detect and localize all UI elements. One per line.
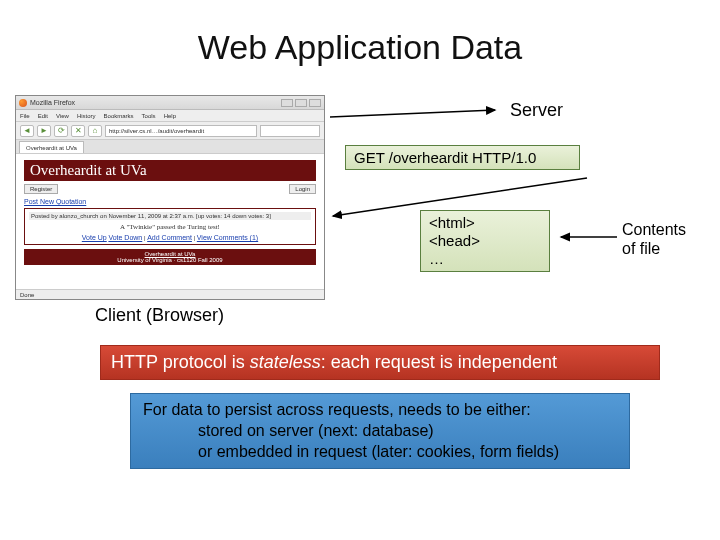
post-meta: Posted by alonzo_church on November 11, … <box>29 212 311 220</box>
svg-line-0 <box>330 110 495 117</box>
http-request-box: GET /overheardit HTTP/1.0 <box>345 145 580 170</box>
browser-tab[interactable]: Overheardit at UVa <box>19 141 84 153</box>
menu-item[interactable]: View <box>56 113 69 119</box>
browser-window: Mozilla Firefox File Edit View History B… <box>15 95 325 300</box>
stop-button[interactable]: ✕ <box>71 125 85 137</box>
contents-arrow <box>555 231 620 243</box>
slide-title: Web Application Data <box>0 28 720 67</box>
text-line: For data to persist across requests, nee… <box>143 400 617 421</box>
text-line: or embedded in request (later: cookies, … <box>143 442 617 463</box>
stateless-callout: HTTP protocol is stateless: each request… <box>100 345 660 380</box>
back-button[interactable]: ◄ <box>20 125 34 137</box>
menu-item[interactable]: Bookmarks <box>104 113 134 119</box>
text: : each request is independent <box>321 352 557 372</box>
browser-toolbar: ◄ ► ⟳ ✕ ⌂ http://silver.cs.nl…/audit/ove… <box>16 122 324 140</box>
client-browser-label: Client (Browser) <box>95 305 224 326</box>
text-line: Contents <box>622 220 686 239</box>
add-comment-link[interactable]: Add Comment <box>147 234 192 241</box>
browser-menubar: File Edit View History Bookmarks Tools H… <box>16 110 324 122</box>
forward-button[interactable]: ► <box>37 125 51 137</box>
minimize-button[interactable] <box>281 99 293 107</box>
window-title: Mozilla Firefox <box>30 99 75 106</box>
response-line: … <box>429 250 541 268</box>
firefox-icon <box>19 99 27 107</box>
view-comments-link[interactable]: View Comments (1) <box>197 234 258 241</box>
post-new-quote-link[interactable]: Post New Quotation <box>24 198 86 205</box>
vote-up-link[interactable]: Vote Up <box>82 234 107 241</box>
search-bar[interactable] <box>260 125 320 137</box>
menu-item[interactable]: Help <box>164 113 176 119</box>
url-bar[interactable]: http://silver.cs.nl…/audit/overheardit <box>105 125 257 137</box>
response-line: <html> <box>429 214 541 232</box>
browser-titlebar: Mozilla Firefox <box>16 96 324 110</box>
footer-subtitle: University of Virginia · cs1120 Fall 200… <box>117 257 222 263</box>
text: HTTP protocol is <box>111 352 250 372</box>
menu-item[interactable]: Edit <box>38 113 48 119</box>
text-line: of file <box>622 239 686 258</box>
request-arrow <box>330 107 510 127</box>
persistence-callout: For data to persist across requests, nee… <box>130 393 630 469</box>
browser-status-bar: Done <box>16 289 324 299</box>
server-label: Server <box>510 100 563 121</box>
quote-post: Posted by alonzo_church on November 11, … <box>24 208 316 245</box>
home-button[interactable]: ⌂ <box>88 125 102 137</box>
http-response-box: <html> <head> … <box>420 210 550 272</box>
post-quote: A "Twinkie" passed the Turing test! <box>29 223 311 231</box>
contents-of-file-label: Contents of file <box>622 220 686 258</box>
stateless-word: stateless <box>250 352 321 372</box>
response-line: <head> <box>429 232 541 250</box>
site-header: Overheardit at UVa <box>24 160 316 181</box>
register-button[interactable]: Register <box>24 184 58 194</box>
browser-tabbar: Overheardit at UVa <box>16 140 324 154</box>
reload-button[interactable]: ⟳ <box>54 125 68 137</box>
text-line: stored on server (next: database) <box>143 421 617 442</box>
menu-item[interactable]: History <box>77 113 96 119</box>
vote-down-link[interactable]: Vote Down <box>108 234 142 241</box>
close-button[interactable] <box>309 99 321 107</box>
login-button[interactable]: Login <box>289 184 316 194</box>
site-footer: Overheardit at UVa University of Virgini… <box>24 249 316 265</box>
page-content: Overheardit at UVa Register Login Post N… <box>16 154 324 289</box>
maximize-button[interactable] <box>295 99 307 107</box>
menu-item[interactable]: File <box>20 113 30 119</box>
menu-item[interactable]: Tools <box>142 113 156 119</box>
